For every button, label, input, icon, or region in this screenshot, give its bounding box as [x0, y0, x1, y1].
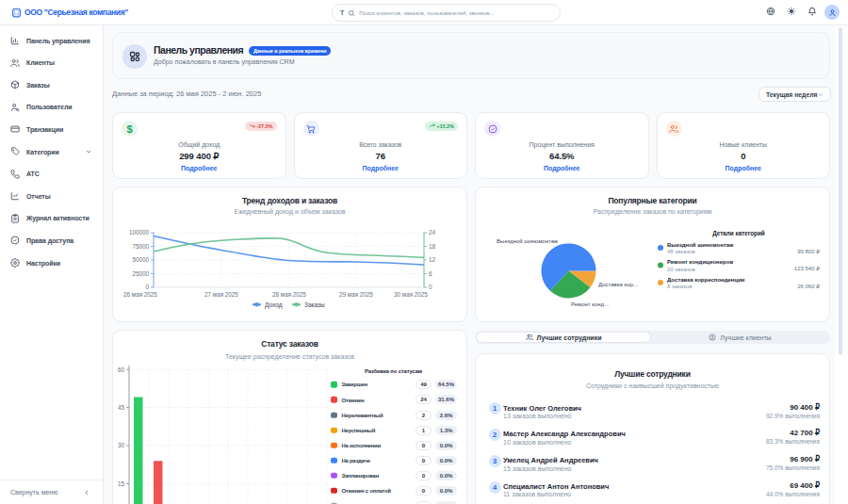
svg-text:100000: 100000 — [129, 229, 150, 236]
svg-text:27 мая 2025: 27 мая 2025 — [204, 291, 238, 298]
svg-text:15: 15 — [118, 480, 125, 487]
svg-text:18: 18 — [429, 243, 436, 250]
svg-text:30: 30 — [118, 442, 125, 448]
svg-text:25000: 25000 — [132, 270, 149, 277]
svg-text:45: 45 — [118, 404, 125, 411]
svg-text:60: 60 — [118, 366, 125, 373]
svg-text:Доставка кор...: Доставка кор... — [598, 282, 638, 287]
svg-text:123 540 ₽: 123 540 ₽ — [794, 266, 820, 271]
svg-text:8 заказов: 8 заказов — [667, 284, 692, 289]
svg-text:Доставка корреспонденции: Доставка корреспонденции — [667, 277, 745, 283]
svg-text:29 мая 2025: 29 мая 2025 — [339, 291, 373, 298]
svg-text:Ремонт кондиционеров: Ремонт кондиционеров — [667, 259, 733, 265]
svg-text:28 мая 2025: 28 мая 2025 — [272, 291, 306, 298]
svg-text:48 заказов: 48 заказов — [667, 249, 695, 254]
svg-text:30 мая 2025: 30 мая 2025 — [394, 291, 428, 298]
svg-text:12: 12 — [429, 256, 436, 263]
svg-text:99 800 ₽: 99 800 ₽ — [797, 249, 820, 254]
svg-text:0: 0 — [429, 284, 432, 290]
svg-text:50000: 50000 — [132, 256, 149, 263]
svg-text:Заказы: Заказы — [304, 301, 325, 308]
svg-text:Доход: Доход — [265, 301, 283, 309]
svg-text:26 мая 2025: 26 мая 2025 — [123, 291, 157, 298]
svg-text:20 заказов: 20 заказов — [667, 267, 695, 272]
svg-text:26 060 ₽: 26 060 ₽ — [797, 284, 820, 289]
svg-text:6: 6 — [429, 270, 432, 277]
svg-text:Детали категорий: Детали категорий — [712, 230, 765, 237]
svg-text:0: 0 — [145, 284, 149, 290]
svg-text:24: 24 — [429, 229, 436, 236]
svg-text:Выездной шиномонтаж: Выездной шиномонтаж — [667, 242, 734, 248]
svg-text:Ремонт конд...: Ремонт конд... — [571, 301, 609, 307]
svg-text:Выездной шиномонтаж: Выездной шиномонтаж — [497, 238, 558, 244]
svg-text:75000: 75000 — [132, 243, 149, 250]
